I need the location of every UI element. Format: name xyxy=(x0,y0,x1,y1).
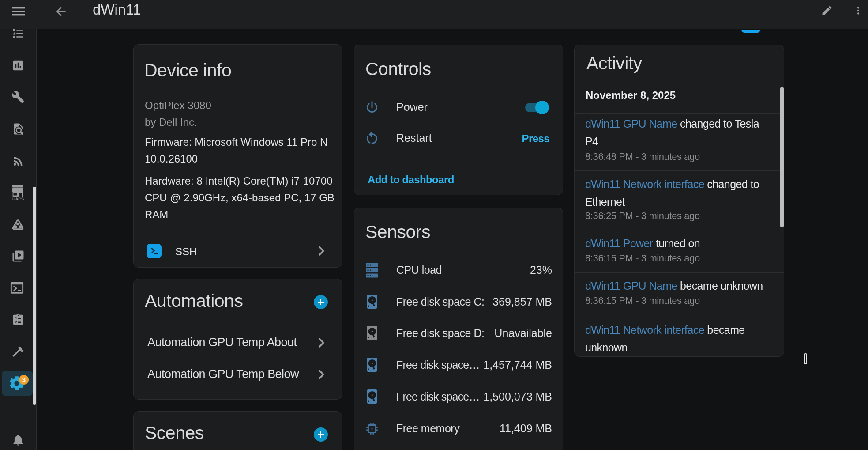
svg-text:1: 1 xyxy=(15,316,17,320)
svg-text:2: 2 xyxy=(15,320,17,324)
